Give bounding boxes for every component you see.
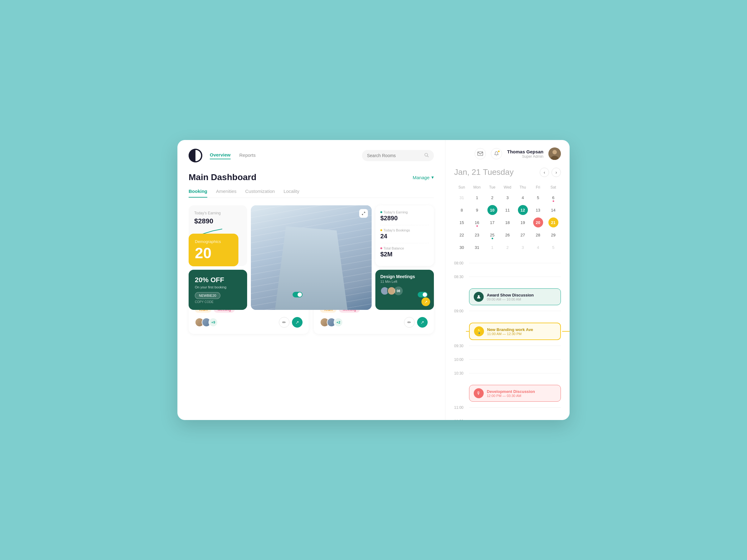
cal-day: 10 <box>487 205 497 215</box>
cal-day-cell[interactable]: 10 <box>485 204 500 216</box>
cal-day: 21 <box>548 217 558 228</box>
cal-day-cell[interactable]: 9 <box>469 204 485 216</box>
cal-day-cell[interactable]: 26 <box>500 229 515 241</box>
cal-day-cell[interactable]: 30 <box>454 241 469 254</box>
prev-month-button[interactable]: ‹ <box>540 168 549 177</box>
cal-day-cell[interactable]: 14 <box>546 204 561 216</box>
cal-day-cell[interactable]: 3 <box>500 191 515 204</box>
tab-amenities[interactable]: Amenities <box>216 189 236 197</box>
expand-icon[interactable] <box>359 209 368 218</box>
tab-booking[interactable]: Booking <box>189 189 207 197</box>
cal-day: 6 <box>548 193 558 203</box>
user-role: Super Admin <box>507 154 543 159</box>
cal-day-cell[interactable]: 28 <box>531 229 546 241</box>
svg-line-4 <box>362 214 364 215</box>
cal-day-cell[interactable]: 1 <box>469 191 485 204</box>
cal-day-cell[interactable]: 5 <box>531 191 546 204</box>
cal-day-cell[interactable]: 13 <box>531 204 546 216</box>
cal-day-cell[interactable]: 5 <box>546 241 561 254</box>
promo-sub: On your first booking <box>195 285 241 289</box>
cal-day-cell[interactable]: 17 <box>485 216 500 229</box>
cal-day-cell[interactable]: 27 <box>515 229 531 241</box>
cal-day: 5 <box>548 242 558 252</box>
manage-button[interactable]: Manage ▾ <box>413 175 434 180</box>
cal-day: 19 <box>518 217 528 228</box>
booking-2-toggle[interactable] <box>418 292 428 297</box>
cal-day-cell[interactable]: 4 <box>531 241 546 254</box>
promo-code: NEWBIE20 <box>195 292 221 299</box>
search-input[interactable] <box>367 153 421 158</box>
nav-overview[interactable]: Overview <box>210 152 231 159</box>
cal-day-cell[interactable]: 23 <box>469 229 485 241</box>
cal-day-cell[interactable]: 31 <box>469 241 485 254</box>
cal-day-cell[interactable]: 19 <box>515 216 531 229</box>
mail-button[interactable] <box>475 148 486 159</box>
view-btn-1[interactable]: ↗ <box>292 317 303 328</box>
notification-button[interactable] <box>491 148 502 159</box>
cal-day-header-tue: Tue <box>485 183 500 191</box>
branding-event-card[interactable]: 💡 New Branding work Ave 11:00 AM — 12:30… <box>469 323 561 340</box>
time-row-1130: 11:30 <box>454 418 561 420</box>
booking-2-footer: +2 ✏ ↗ <box>320 317 428 328</box>
earning-label: Today's Earning <box>194 211 241 215</box>
cal-day: 1 <box>487 242 497 252</box>
cal-day-cell[interactable]: 4 <box>515 191 531 204</box>
cal-day-cell[interactable]: 29 <box>546 229 561 241</box>
mini-bookings-value: 24 <box>380 233 429 240</box>
cal-day-cell[interactable]: 21 <box>546 216 561 229</box>
cal-day-cell[interactable]: 20 <box>531 216 546 229</box>
cal-day-header-thu: Thu <box>515 183 531 191</box>
cal-day: 12 <box>518 205 528 215</box>
dev-event-card[interactable]: 🎙 Development Discussion 12:00 PM — 03:3… <box>469 385 561 402</box>
cal-day-cell[interactable]: 18 <box>500 216 515 229</box>
cal-day: 14 <box>548 205 558 215</box>
next-month-button[interactable]: › <box>551 168 561 177</box>
calendar-nav: ‹ › <box>540 168 561 177</box>
cal-day-cell[interactable]: 2 <box>500 241 515 254</box>
time-row-0800: 08:00 <box>454 260 561 272</box>
cal-day: 30 <box>457 242 467 252</box>
cal-day-cell[interactable]: 22 <box>454 229 469 241</box>
cal-day-cell[interactable]: 3 <box>515 241 531 254</box>
time-line-0830 <box>469 276 561 277</box>
earning-value: $2890 <box>194 217 241 225</box>
svg-line-2 <box>427 156 429 157</box>
bookings-dot <box>380 229 382 231</box>
cal-day-cell[interactable]: 2 <box>485 191 500 204</box>
cal-day-cell[interactable]: 1 <box>485 241 500 254</box>
time-row-1000: 10:00 <box>454 356 561 369</box>
tab-customization[interactable]: Customization <box>245 189 275 197</box>
dashboard-title: Main Dashboard <box>189 172 256 182</box>
time-label-1130: 11:30 <box>454 418 469 420</box>
building-visual <box>251 205 371 310</box>
search-bar[interactable] <box>362 150 434 161</box>
award-event-card[interactable]: Award Show Discussion 09:00 AM — 10:00 A… <box>469 288 561 305</box>
chevron-down-icon: ▾ <box>431 175 434 180</box>
cal-day-cell[interactable]: 11 <box>500 204 515 216</box>
cal-day-cell[interactable]: 25 <box>485 229 500 241</box>
cal-day-cell[interactable]: 15 <box>454 216 469 229</box>
booking-1-toggle[interactable] <box>292 292 303 297</box>
meeting-sub: 11 Min Left <box>380 280 429 284</box>
right-header: Thomas Gepsan Super Admin <box>454 148 561 160</box>
view-btn-2[interactable]: ↗ <box>417 317 428 328</box>
edit-btn-2[interactable]: ✏ <box>404 317 415 328</box>
copy-code-btn[interactable]: COPY CODE <box>195 300 241 304</box>
calendar-grid: SunMonTueWedThuFriSat 311234568910111213… <box>454 183 561 254</box>
cal-day: 28 <box>533 230 543 240</box>
cal-day: 2 <box>487 193 497 203</box>
cal-day: 3 <box>518 242 528 252</box>
cal-day-cell[interactable]: 6 <box>546 191 561 204</box>
cal-day-cell[interactable]: 12 <box>515 204 531 216</box>
cal-day-cell[interactable]: 16 <box>469 216 485 229</box>
nav-reports[interactable]: Reports <box>239 153 256 159</box>
branding-event-icon: 💡 <box>474 326 484 336</box>
avatar-count: 08 <box>394 287 403 295</box>
time-label-0900: 09:00 <box>454 308 469 313</box>
meeting-arrow-icon[interactable]: ↗ <box>421 297 430 306</box>
edit-btn-1[interactable]: ✏ <box>279 317 289 328</box>
branding-event-info: New Branding work Ave 11:00 AM — 12:30 P… <box>487 327 533 336</box>
cal-day-cell[interactable]: 31 <box>454 191 469 204</box>
tab-locality[interactable]: Locality <box>284 189 300 197</box>
cal-day-cell[interactable]: 8 <box>454 204 469 216</box>
